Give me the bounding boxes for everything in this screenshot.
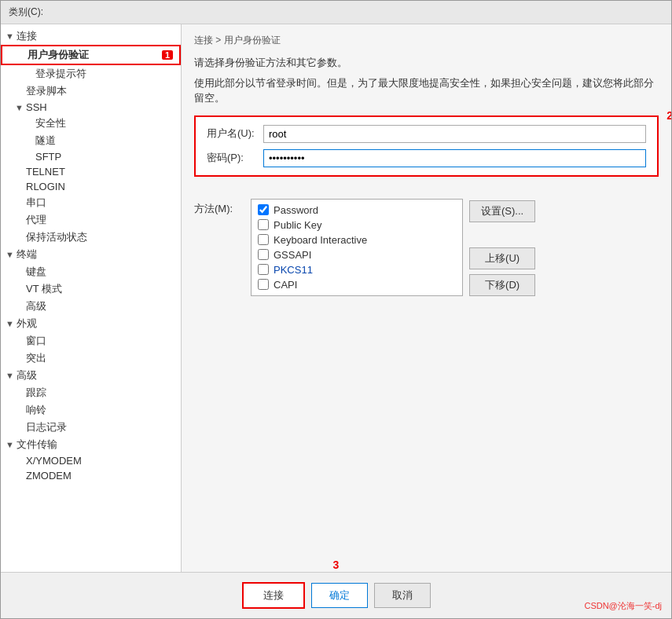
- tree-item-vt-mode[interactable]: VT 模式: [1, 280, 181, 298]
- method-item-pkcs11: PKCS11: [258, 264, 456, 276]
- method-item-capi: CAPI: [258, 279, 456, 291]
- method-link-pkcs11[interactable]: PKCS11: [274, 264, 313, 276]
- move-down-button[interactable]: 下移(D): [469, 274, 535, 296]
- tree-label-wai-guan: 外观: [17, 317, 174, 331]
- tree-item-deng-lu-jb[interactable]: 登录脚本: [1, 82, 181, 100]
- tree-item-chuang-kou[interactable]: 窗口: [1, 332, 181, 350]
- method-item-public-key: Public Key: [258, 219, 456, 231]
- tree-item-tu-chu[interactable]: 突出: [1, 350, 181, 367]
- method-buttons: 设置(S)... 上移(U) 下移(D): [469, 199, 535, 296]
- method-label-pkcs11: PKCS11: [274, 264, 313, 276]
- tree-item-zmodem[interactable]: ZMODEM: [1, 468, 181, 483]
- watermark: CSDN@沦海一笑-dj: [584, 600, 662, 612]
- tree-item-yong-hu[interactable]: 用户身份验证1: [1, 45, 181, 65]
- tree-item-rlogin[interactable]: RLOGIN: [1, 179, 181, 194]
- tree-item-dai-li[interactable]: 代理: [1, 211, 181, 229]
- tree-label-deng-lu-ti: 登录提示符: [35, 67, 174, 81]
- password-row: 密码(P):: [207, 149, 646, 167]
- tree-item-ri-zhi[interactable]: 日志记录: [1, 419, 181, 436]
- tree-label-sftp: SFTP: [35, 151, 174, 163]
- category-label: 类别(C):: [9, 6, 43, 17]
- breadcrumb: 连接 > 用户身份验证: [194, 34, 659, 47]
- tree-label-lian-jie: 连接: [17, 29, 174, 43]
- tree-label-gao-ji: 高级: [17, 368, 174, 383]
- tree-item-bao-chi[interactable]: 保持活动状态: [1, 229, 181, 246]
- method-row: 方法(M): PasswordPublic KeyKeyboard Intera…: [194, 199, 659, 296]
- method-checkbox-capi[interactable]: [258, 279, 269, 290]
- tree-item-an-quan[interactable]: 安全性: [1, 115, 181, 132]
- method-label-password: Password: [274, 204, 318, 216]
- tree-item-telnet[interactable]: TELNET: [1, 164, 181, 179]
- tree-item-gao-ji[interactable]: ▼高级: [1, 367, 181, 384]
- settings-button[interactable]: 设置(S)...: [469, 200, 535, 222]
- right-panel: 连接 > 用户身份验证 请选择身份验证方法和其它参数。 使用此部分以节省登录时间…: [182, 24, 671, 572]
- method-item-gssapi: GSSAPI: [258, 249, 456, 261]
- tree-item-lian-jie[interactable]: ▼连接: [1, 27, 181, 45]
- method-list-box: PasswordPublic KeyKeyboard InteractiveGS…: [251, 199, 463, 296]
- dialog-body: ▼连接用户身份验证1登录提示符登录脚本▼SSH安全性隧道SFTPTELNETRL…: [1, 24, 671, 572]
- tree-label-zhong-duan: 终端: [17, 247, 174, 262]
- tree-item-zhong-duan[interactable]: ▼终端: [1, 246, 181, 263]
- tree-item-xiang-ling[interactable]: 响铃: [1, 401, 181, 419]
- tree-expander-lian-jie: ▼: [6, 31, 17, 41]
- tree-label-ri-zhi: 日志记录: [26, 420, 174, 434]
- tree-item-sui-dao[interactable]: 隧道: [1, 132, 181, 149]
- method-list-area: PasswordPublic KeyKeyboard InteractiveGS…: [251, 199, 659, 296]
- method-checkbox-password[interactable]: [258, 204, 269, 215]
- method-checkbox-pkcs11[interactable]: [258, 264, 269, 275]
- tree-label-chuan-kou: 串口: [26, 196, 174, 210]
- tree-item-ssh[interactable]: ▼SSH: [1, 100, 181, 115]
- ok-button[interactable]: 确定: [311, 583, 368, 608]
- tree-label-telnet: TELNET: [26, 166, 174, 178]
- username-input[interactable]: [263, 125, 646, 143]
- tree-item-xy-modem[interactable]: X/YMODEM: [1, 453, 181, 468]
- tree-item-gao-ji-t[interactable]: 高级: [1, 298, 181, 315]
- method-checkbox-keyboard[interactable]: [258, 234, 269, 245]
- tree-item-chuan-kou[interactable]: 串口: [1, 194, 181, 211]
- desc2: 使用此部分以节省登录时间。但是，为了最大限度地提高安全性，如果担心安全问题，建议…: [194, 75, 659, 106]
- tree-label-xiang-ling: 响铃: [26, 403, 174, 417]
- method-checkbox-public-key[interactable]: [258, 219, 269, 230]
- tree-label-vt-mode: VT 模式: [26, 282, 174, 296]
- method-label-keyboard: Keyboard Interactive: [274, 234, 367, 246]
- method-label: 方法(M):: [194, 199, 251, 216]
- connect-button[interactable]: 连接: [242, 582, 305, 609]
- password-label: 密码(P):: [207, 151, 263, 165]
- dialog: 类别(C): ▼连接用户身份验证1登录提示符登录脚本▼SSH安全性隧道SFTPT…: [0, 0, 672, 619]
- cancel-button[interactable]: 取消: [374, 583, 431, 608]
- tree-item-gen-zong[interactable]: 跟踪: [1, 384, 181, 401]
- tree-label-zmodem: ZMODEM: [26, 470, 174, 482]
- username-row: 用户名(U):: [207, 125, 646, 143]
- left-panel: ▼连接用户身份验证1登录提示符登录脚本▼SSH安全性隧道SFTPTELNETRL…: [1, 24, 182, 572]
- tree-item-wen-jian[interactable]: ▼文件传输: [1, 436, 181, 453]
- password-input[interactable]: [263, 149, 646, 167]
- method-label-capi: CAPI: [274, 279, 297, 291]
- tree-expander-gao-ji: ▼: [6, 371, 17, 380]
- tree-label-sui-dao: 隧道: [35, 134, 174, 148]
- tree-item-sftp[interactable]: SFTP: [1, 149, 181, 164]
- tree-expander-zhong-duan: ▼: [6, 250, 17, 259]
- tree-label-yong-hu: 用户身份验证: [28, 48, 159, 62]
- method-checkbox-gssapi[interactable]: [258, 249, 269, 260]
- tree-label-chuang-kou: 窗口: [26, 334, 174, 348]
- tree-label-xy-modem: X/YMODEM: [26, 455, 174, 467]
- move-up-button[interactable]: 上移(U): [469, 247, 535, 269]
- tree-label-jian-pan: 键盘: [26, 265, 174, 279]
- username-label: 用户名(U):: [207, 126, 263, 141]
- tree-badge-yong-hu: 1: [162, 50, 173, 60]
- section-number-2: 2: [666, 109, 671, 122]
- credentials-section: 用户名(U): 密码(P):: [194, 115, 659, 177]
- tree-item-jian-pan[interactable]: 键盘: [1, 263, 181, 280]
- footer-number: 3: [333, 559, 340, 571]
- tree-expander-ssh: ▼: [15, 103, 26, 112]
- tree-label-rlogin: RLOGIN: [26, 181, 174, 192]
- tree-label-deng-lu-jb: 登录脚本: [26, 84, 174, 98]
- method-item-keyboard: Keyboard Interactive: [258, 234, 456, 246]
- tree-label-dai-li: 代理: [26, 213, 174, 227]
- tree-item-deng-lu-ti[interactable]: 登录提示符: [1, 65, 181, 82]
- tree-item-wai-guan[interactable]: ▼外观: [1, 315, 181, 332]
- tree-expander-wai-guan: ▼: [6, 319, 17, 328]
- desc1: 请选择身份验证方法和其它参数。: [194, 55, 659, 71]
- method-label-gssapi: GSSAPI: [274, 249, 311, 261]
- tree-label-gao-ji-t: 高级: [26, 299, 174, 313]
